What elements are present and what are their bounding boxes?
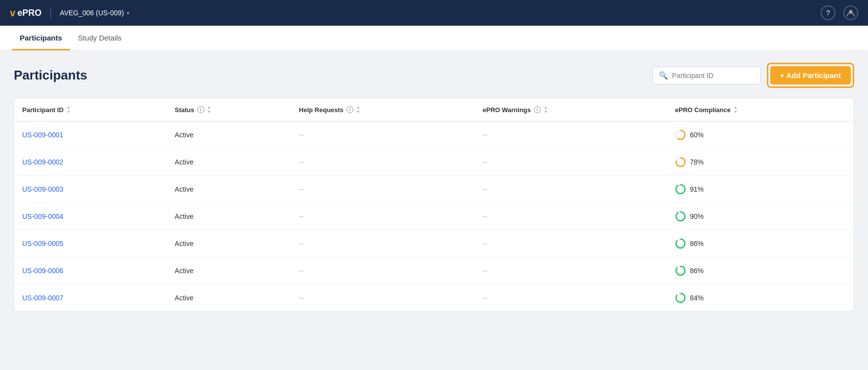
col-header-epro-warnings: ePRO Warnings i ▲▼ xyxy=(475,98,667,122)
avatar-icon xyxy=(847,9,855,17)
compliance-circle-icon xyxy=(675,238,686,249)
cell-help-requests: -- xyxy=(291,257,475,285)
cell-status: Active xyxy=(167,257,291,285)
participants-table-container: Participant ID ▲▼ Status i ▲▼ Help xyxy=(14,98,854,312)
table-header-row: Participant ID ▲▼ Status i ▲▼ Help xyxy=(14,98,854,122)
header-divider: | xyxy=(49,7,52,19)
compliance-circle-icon xyxy=(675,129,686,140)
cell-epro-compliance: 86% xyxy=(667,230,854,257)
epro-warnings-info-icon[interactable]: i xyxy=(534,106,541,113)
cell-help-requests: -- xyxy=(291,203,475,230)
table-row: US-009-0001 Active -- -- 60% xyxy=(14,122,854,149)
search-icon: 🔍 xyxy=(659,71,668,80)
svg-point-12 xyxy=(676,266,685,275)
cell-status: Active xyxy=(167,285,291,312)
sort-icon[interactable]: ▲▼ xyxy=(356,105,360,114)
cell-help-requests: -- xyxy=(291,122,475,149)
cell-epro-compliance: 78% xyxy=(667,149,854,176)
compliance-circle-icon xyxy=(675,211,686,222)
table-row: US-009-0003 Active -- -- 91% xyxy=(14,176,854,203)
cell-epro-compliance: 84% xyxy=(667,285,854,312)
col-header-help-requests: Help Requests i ▲▼ xyxy=(291,98,475,122)
col-header-epro-compliance: ePRO Compliance ▲▼ xyxy=(667,98,854,122)
cell-epro-warnings: -- xyxy=(475,149,667,176)
participant-link[interactable]: US-009-0001 xyxy=(22,131,63,139)
status-info-icon[interactable]: i xyxy=(197,106,204,113)
header-right: ? xyxy=(821,5,858,20)
cell-participant-id: US-009-0003 xyxy=(14,176,167,203)
add-participant-button[interactable]: + Add Participant xyxy=(770,66,851,84)
table-body: US-009-0001 Active -- -- 60% US-009-0002… xyxy=(14,122,854,312)
cell-epro-warnings: -- xyxy=(475,230,667,257)
cell-status: Active xyxy=(167,176,291,203)
compliance-value: 86% xyxy=(690,267,704,275)
study-name: AVEG_006 (US-009) xyxy=(60,9,124,17)
table-row: US-009-0005 Active -- -- 86% xyxy=(14,230,854,257)
table-row: US-009-0004 Active -- -- 90% xyxy=(14,203,854,230)
tab-participants[interactable]: Participants xyxy=(12,26,70,50)
participant-link[interactable]: US-009-0002 xyxy=(22,158,63,166)
participant-link[interactable]: US-009-0006 xyxy=(22,267,63,275)
page-title: Participants xyxy=(14,68,87,83)
compliance-circle-icon xyxy=(675,184,686,195)
participant-link[interactable]: US-009-0005 xyxy=(22,240,63,247)
sort-icon[interactable]: ▲▼ xyxy=(734,105,738,114)
table-row: US-009-0007 Active -- -- 84% xyxy=(14,285,854,312)
header-left: v ePRO | AVEG_006 (US-009) ▾ xyxy=(10,7,129,19)
add-participant-highlight: + Add Participant xyxy=(767,63,854,88)
compliance-circle-icon xyxy=(675,265,686,276)
cell-epro-compliance: 60% xyxy=(667,122,854,149)
sort-icon[interactable]: ▲▼ xyxy=(544,105,548,114)
cell-status: Active xyxy=(167,122,291,149)
participant-link[interactable]: US-009-0003 xyxy=(22,185,63,193)
compliance-value: 86% xyxy=(690,240,704,247)
compliance-value: 78% xyxy=(690,158,704,166)
help-requests-info-icon[interactable]: i xyxy=(346,106,353,113)
cell-epro-warnings: -- xyxy=(475,203,667,230)
cell-participant-id: US-009-0007 xyxy=(14,285,167,312)
compliance-circle-icon xyxy=(675,292,686,303)
cell-participant-id: US-009-0006 xyxy=(14,257,167,285)
cell-epro-warnings: -- xyxy=(475,122,667,149)
cell-status: Active xyxy=(167,230,291,257)
cell-epro-compliance: 90% xyxy=(667,203,854,230)
search-input[interactable] xyxy=(672,72,755,80)
col-header-participant-id: Participant ID ▲▼ xyxy=(14,98,167,122)
search-box[interactable]: 🔍 xyxy=(652,67,761,84)
tab-study-details[interactable]: Study Details xyxy=(70,26,129,50)
cell-status: Active xyxy=(167,149,291,176)
cell-epro-compliance: 91% xyxy=(667,176,854,203)
cell-participant-id: US-009-0005 xyxy=(14,230,167,257)
sort-icon[interactable]: ▲▼ xyxy=(207,105,211,114)
cell-epro-compliance: 86% xyxy=(667,257,854,285)
cell-help-requests: -- xyxy=(291,285,475,312)
participant-link[interactable]: US-009-0007 xyxy=(22,294,63,302)
svg-point-10 xyxy=(676,239,685,248)
col-header-status: Status i ▲▼ xyxy=(167,98,291,122)
cell-participant-id: US-009-0001 xyxy=(14,122,167,149)
cell-help-requests: -- xyxy=(291,230,475,257)
table-row: US-009-0002 Active -- -- 78% xyxy=(14,149,854,176)
cell-participant-id: US-009-0004 xyxy=(14,203,167,230)
study-selector[interactable]: AVEG_006 (US-009) ▾ xyxy=(60,9,129,17)
chevron-down-icon: ▾ xyxy=(127,10,129,16)
cell-epro-warnings: -- xyxy=(475,176,667,203)
cell-help-requests: -- xyxy=(291,149,475,176)
participants-header: Participants 🔍 + Add Participant xyxy=(14,63,854,88)
help-button[interactable]: ? xyxy=(821,5,835,20)
svg-point-8 xyxy=(676,212,685,221)
logo-v-icon: v xyxy=(10,7,15,19)
compliance-value: 60% xyxy=(690,131,704,139)
compliance-value: 84% xyxy=(690,294,704,302)
navigation-tabs: Participants Study Details xyxy=(0,26,868,51)
sort-icon[interactable]: ▲▼ xyxy=(67,105,71,114)
user-avatar[interactable] xyxy=(843,5,858,20)
svg-point-6 xyxy=(676,185,685,194)
question-mark-icon: ? xyxy=(826,9,830,17)
compliance-value: 91% xyxy=(690,185,704,193)
cell-help-requests: -- xyxy=(291,176,475,203)
participants-table: Participant ID ▲▼ Status i ▲▼ Help xyxy=(14,98,854,311)
cell-participant-id: US-009-0002 xyxy=(14,149,167,176)
participant-link[interactable]: US-009-0004 xyxy=(22,212,63,220)
header-actions: 🔍 + Add Participant xyxy=(652,63,854,88)
